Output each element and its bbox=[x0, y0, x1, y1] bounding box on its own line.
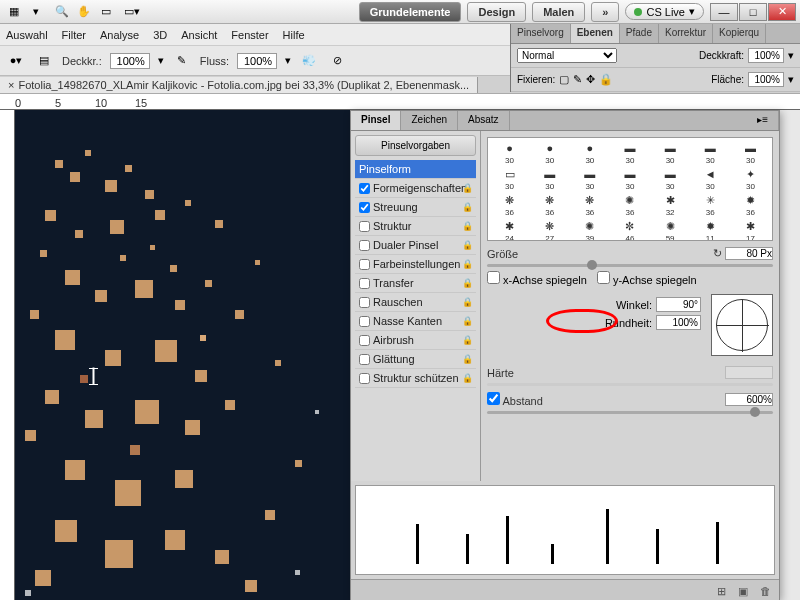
flip-x-checkbox[interactable]: x-Achse spiegeln bbox=[487, 271, 587, 286]
brush-swatch[interactable]: ✺36 bbox=[610, 192, 649, 217]
brush-preset-icon[interactable]: ●▾ bbox=[6, 52, 26, 70]
brush-tip-swatches[interactable]: ●30●30●30▬30▬30▬30▬30▭30▬30▬30▬30▬30◄30✦… bbox=[487, 137, 773, 241]
abstand-checkbox[interactable]: Abstand bbox=[487, 392, 543, 407]
setting-checkbox[interactable] bbox=[359, 373, 370, 384]
winkel-input[interactable] bbox=[656, 297, 701, 312]
lock-icon[interactable]: 🔒 bbox=[462, 259, 473, 269]
brush-swatch[interactable]: ◄30 bbox=[691, 166, 730, 191]
brush-swatch[interactable]: ❋36 bbox=[570, 192, 609, 217]
tab-zeichen[interactable]: Zeichen bbox=[401, 111, 458, 130]
menu-auswahl[interactable]: Auswahl bbox=[6, 29, 48, 41]
lock-icon[interactable]: 🔒 bbox=[462, 297, 473, 307]
hand-icon[interactable]: ✋ bbox=[74, 3, 94, 21]
flip-y-checkbox[interactable]: y-Achse spiegeln bbox=[597, 271, 697, 286]
brush-swatch[interactable]: ▬30 bbox=[570, 166, 609, 191]
toggle-preview-icon[interactable]: ⊞ bbox=[713, 585, 729, 599]
doc-icon[interactable]: ▭ bbox=[96, 3, 116, 21]
brush-swatch[interactable]: ▬30 bbox=[610, 166, 649, 191]
deckkraft-input[interactable]: 100% bbox=[748, 48, 784, 63]
setting-checkbox[interactable] bbox=[359, 202, 370, 213]
setting-checkbox[interactable] bbox=[359, 354, 370, 365]
chevron-down-icon[interactable]: ▾ bbox=[285, 54, 291, 67]
tab-absatz[interactable]: Absatz bbox=[458, 111, 510, 130]
setting-checkbox[interactable] bbox=[359, 316, 370, 327]
rundheit-input[interactable] bbox=[656, 315, 701, 330]
lock-transparent-icon[interactable]: ▢ bbox=[559, 73, 569, 86]
layout-icon[interactable]: ▦ bbox=[4, 3, 24, 21]
menu-fenster[interactable]: Fenster bbox=[231, 29, 268, 41]
lock-icon[interactable]: 🔒 bbox=[462, 183, 473, 193]
brush-swatch[interactable]: ●30 bbox=[490, 140, 529, 165]
brush-setting-item[interactable]: Struktur🔒 bbox=[355, 217, 476, 236]
setting-checkbox[interactable] bbox=[359, 221, 370, 232]
brush-swatch[interactable]: ✹11 bbox=[691, 218, 730, 241]
brush-swatch[interactable]: ✱17 bbox=[731, 218, 770, 241]
document-tab[interactable]: × Fotolia_14982670_XLAmir Kaljikovic - F… bbox=[0, 77, 478, 93]
brush-setting-item[interactable]: Pinselform bbox=[355, 160, 476, 179]
maximize-button[interactable]: □ bbox=[739, 3, 767, 21]
brush-swatch[interactable]: ✺39 bbox=[570, 218, 609, 241]
lock-icon[interactable]: 🔒 bbox=[462, 221, 473, 231]
abstand-input[interactable] bbox=[725, 393, 773, 406]
setting-checkbox[interactable] bbox=[359, 335, 370, 346]
lock-move-icon[interactable]: ✥ bbox=[586, 73, 595, 86]
brush-setting-item[interactable]: Rauschen🔒 bbox=[355, 293, 476, 312]
lock-icon[interactable]: 🔒 bbox=[462, 373, 473, 383]
menu-filter[interactable]: Filter bbox=[62, 29, 86, 41]
setting-checkbox[interactable] bbox=[359, 259, 370, 270]
minimize-button[interactable]: — bbox=[710, 3, 738, 21]
brush-swatch[interactable]: ❋36 bbox=[530, 192, 569, 217]
brush-swatch[interactable]: ▬30 bbox=[651, 166, 690, 191]
chevron-down-icon[interactable]: ▾ bbox=[158, 54, 164, 67]
zoom-icon[interactable]: 🔍 bbox=[52, 3, 72, 21]
lock-paint-icon[interactable]: ✎ bbox=[573, 73, 582, 86]
brush-setting-item[interactable]: Formeigenschaften🔒 bbox=[355, 179, 476, 198]
workspace-design-button[interactable]: Design bbox=[467, 2, 526, 22]
angle-diagram[interactable] bbox=[711, 294, 773, 356]
lock-icon[interactable]: 🔒 bbox=[462, 278, 473, 288]
close-button[interactable]: ✕ bbox=[768, 3, 796, 21]
workspace-more-button[interactable]: » bbox=[591, 2, 619, 22]
opacity-input[interactable]: 100% bbox=[110, 53, 150, 69]
brush-setting-item[interactable]: Nasse Kanten🔒 bbox=[355, 312, 476, 331]
tab-ebenen[interactable]: Ebenen bbox=[571, 24, 620, 43]
panel-flyout-icon[interactable]: ▸≡ bbox=[747, 111, 779, 130]
cslive-button[interactable]: CS Live▾ bbox=[625, 3, 704, 20]
setting-checkbox[interactable] bbox=[359, 240, 370, 251]
brush-swatch[interactable]: ✳36 bbox=[691, 192, 730, 217]
tablet-pressure-opacity-icon[interactable]: ✎ bbox=[172, 52, 192, 70]
screen-mode-icon[interactable]: ▭▾ bbox=[122, 3, 142, 21]
brush-swatch[interactable]: ▭30 bbox=[490, 166, 529, 191]
tab-korrektur[interactable]: Korrektur bbox=[659, 24, 713, 43]
lock-all-icon[interactable]: 🔒 bbox=[599, 73, 613, 86]
flaeche-input[interactable]: 100% bbox=[748, 72, 784, 87]
workspace-grundelemente-button[interactable]: Grundelemente bbox=[359, 2, 462, 22]
flow-input[interactable]: 100% bbox=[237, 53, 277, 69]
airbrush-icon[interactable]: 💨 bbox=[299, 52, 319, 70]
tab-pinsel[interactable]: Pinsel bbox=[351, 111, 401, 130]
chevron-down-icon[interactable]: ▾ bbox=[788, 49, 794, 62]
new-brush-icon[interactable]: ▣ bbox=[735, 585, 751, 599]
workspace-malen-button[interactable]: Malen bbox=[532, 2, 585, 22]
brush-swatch[interactable]: ✼46 bbox=[610, 218, 649, 241]
reset-icon[interactable]: ↻ bbox=[713, 247, 722, 259]
chevron-down-icon[interactable]: ▾ bbox=[788, 73, 794, 86]
pinselvorgaben-button[interactable]: Pinselvorgaben bbox=[355, 135, 476, 156]
tablet-pressure-size-icon[interactable]: ⊘ bbox=[327, 52, 347, 70]
brush-swatch[interactable]: ✦30 bbox=[731, 166, 770, 191]
tab-pfade[interactable]: Pfade bbox=[620, 24, 659, 43]
dropdown-icon[interactable]: ▾ bbox=[26, 3, 46, 21]
blend-mode-select[interactable]: Normal bbox=[517, 48, 617, 63]
abstand-slider[interactable] bbox=[487, 411, 773, 414]
brush-swatch[interactable]: ●30 bbox=[530, 140, 569, 165]
close-tab-icon[interactable]: × bbox=[8, 79, 14, 91]
lock-icon[interactable]: 🔒 bbox=[462, 316, 473, 326]
brush-swatch[interactable]: ▬30 bbox=[731, 140, 770, 165]
brush-setting-item[interactable]: Struktur schützen🔒 bbox=[355, 369, 476, 388]
lock-icon[interactable]: 🔒 bbox=[462, 240, 473, 250]
tab-kopierquelle[interactable]: Kopierqu bbox=[713, 24, 766, 43]
setting-checkbox[interactable] bbox=[359, 183, 370, 194]
menu-hilfe[interactable]: Hilfe bbox=[283, 29, 305, 41]
brush-panel-icon[interactable]: ▤ bbox=[34, 52, 54, 70]
lock-icon[interactable]: 🔒 bbox=[462, 335, 473, 345]
